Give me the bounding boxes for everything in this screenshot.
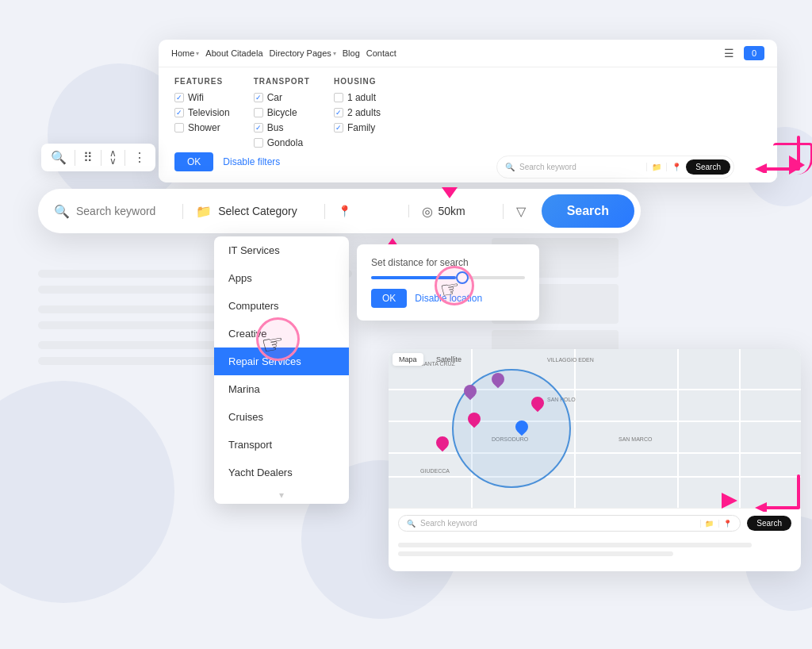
filter-features-col: FEATURES ✓ Wifi ✓ Television Shower <box>174 77 230 152</box>
pin-icon: 📍 <box>338 205 351 217</box>
svg-marker-3 <box>442 187 458 198</box>
target-icon: ◎ <box>422 204 433 219</box>
features-title: FEATURES <box>174 77 230 86</box>
top-browser-navbar: Home ▾ About Citadela Directory Pages ▾ … <box>159 40 777 67</box>
distance-text: 50km <box>438 205 465 217</box>
filter-section[interactable]: ▽ <box>504 204 538 219</box>
pink-arrow-bottom <box>678 489 741 516</box>
bottom-line-1 <box>398 543 752 547</box>
map-label-san-marco: SAN MARCO <box>619 436 652 442</box>
search-toolbar-icon[interactable]: 🔍 <box>49 148 68 167</box>
distance-section[interactable]: ◎ 50km <box>409 204 503 219</box>
bus-checkbox[interactable]: ✓ <box>254 123 263 132</box>
updown-toolbar-icon[interactable]: ∧ ∨ <box>108 148 118 167</box>
menu-toolbar-icon[interactable]: ⋮ <box>132 148 147 167</box>
map-label-villaggio: VILLAGGIO EDEN <box>547 357 594 363</box>
family-checkbox[interactable]: ✓ <box>334 123 343 132</box>
filter-popup-actions: OK Disable filters <box>174 152 280 171</box>
search-icon: 🔍 <box>54 204 70 219</box>
filter-1adult[interactable]: 1 adult <box>334 92 381 103</box>
dropdown-item-cruises[interactable]: Cruises <box>214 403 349 431</box>
transport-title: TRANSPORT <box>254 77 310 86</box>
map-background: SANTA CRUZ VILLAGGIO EDEN SAN POLO DORSO… <box>389 349 801 508</box>
top-search-bar-mini: 🔍 Search keyword 📁 📍 Search <box>496 156 734 179</box>
2adults-checkbox[interactable]: ✓ <box>334 108 343 117</box>
login-button[interactable]: 0 <box>744 46 764 60</box>
svg-marker-4 <box>755 502 767 512</box>
bottom-line-2 <box>398 551 673 556</box>
toolbar-divider-1 <box>75 150 75 166</box>
main-search-button[interactable]: Search <box>542 194 634 228</box>
filter-transport-col: TRANSPORT ✓ Car Bicycle ✓ Bus Gondola <box>254 77 310 152</box>
nav-blog[interactable]: Blog <box>343 48 360 58</box>
wifi-checkbox[interactable]: ✓ <box>174 93 184 102</box>
1adult-checkbox[interactable] <box>334 93 343 102</box>
filter-shower[interactable]: Shower <box>174 122 230 133</box>
bottom-search-text: Search keyword <box>420 519 477 528</box>
bottom-search-mini: 🔍 Search keyword 📁 📍 <box>398 515 741 532</box>
top-search-keyword-mini: Search keyword <box>519 163 642 171</box>
folder-icon: 📁 <box>196 204 212 219</box>
dropdown-item-transport[interactable]: Transport <box>214 431 349 459</box>
dropdown-item-apps[interactable]: Apps <box>214 264 349 292</box>
filter-disable-link[interactable]: Disable filters <box>223 156 280 167</box>
toolbar-divider-2 <box>101 150 102 166</box>
content-line-6 <box>38 357 230 365</box>
top-search-folder-mini: 📁 <box>646 163 661 171</box>
filter-2adults[interactable]: ✓ 2 adults <box>334 107 381 118</box>
dropdown-item-it-services[interactable]: IT Services <box>214 236 349 264</box>
top-search-pin-mini: 📍 <box>666 163 681 171</box>
bottom-search-button[interactable]: Search <box>747 516 791 531</box>
nav-about[interactable]: About Citadela <box>205 48 262 58</box>
filter-ok-button[interactable]: OK <box>174 152 213 171</box>
bottom-pin-icon: 📍 <box>718 520 732 528</box>
bottom-search-icon: 🔍 <box>407 520 416 528</box>
toolbar-divider-3 <box>124 150 125 166</box>
category-dropdown: IT Services Apps Computers Creative Repa… <box>214 236 349 504</box>
dropdown-item-computers[interactable]: Computers <box>214 292 349 320</box>
nav-contact[interactable]: Contact <box>366 48 396 58</box>
map-tab-mapa[interactable]: Mapa <box>393 353 423 366</box>
category-text: Select Category <box>218 205 297 217</box>
filter-bus[interactable]: ✓ Bus <box>254 122 310 133</box>
bottom-folder-icon: 📁 <box>700 520 714 528</box>
filter-television[interactable]: ✓ Television <box>174 107 230 118</box>
filter-icon: ▽ <box>516 204 526 219</box>
location-section[interactable]: 📍 <box>325 205 409 217</box>
dropdown-scroll-indicator: ▾ <box>214 486 349 504</box>
pink-corner-top <box>755 133 802 176</box>
pink-corner-bottom <box>755 472 802 515</box>
filter-car[interactable]: ✓ Car <box>254 92 310 103</box>
map-label-giudecca: GIUDECCA <box>420 468 450 474</box>
television-checkbox[interactable]: ✓ <box>174 108 184 117</box>
gondola-checkbox[interactable] <box>254 138 263 148</box>
filter-gondola[interactable]: Gondola <box>254 137 310 148</box>
category-section[interactable]: 📁 Select Category <box>183 204 325 219</box>
shower-checkbox[interactable] <box>174 123 184 132</box>
filter-housing-col: HOUSING 1 adult ✓ 2 adults ✓ Family <box>334 77 381 152</box>
filter-wifi[interactable]: ✓ Wifi <box>174 92 230 103</box>
map-pin-3[interactable] <box>434 434 452 452</box>
svg-marker-0 <box>755 163 767 173</box>
bottom-browser-window: SANTA CRUZ VILLAGGIO EDEN SAN POLO DORSO… <box>389 349 801 571</box>
map-area: SANTA CRUZ VILLAGGIO EDEN SAN POLO DORSO… <box>389 349 801 508</box>
nav-directory[interactable]: Directory Pages ▾ <box>270 48 336 58</box>
dropdown-item-yacht[interactable]: Yacht Dealers <box>214 459 349 486</box>
hamburger-icon[interactable]: ☰ <box>724 47 734 60</box>
search-keyword-input[interactable] <box>76 205 170 217</box>
bicycle-checkbox[interactable] <box>254 108 263 117</box>
filter-bicycle[interactable]: Bicycle <box>254 107 310 118</box>
arrow-down-filter <box>442 182 458 202</box>
top-search-btn-mini[interactable]: Search <box>686 159 730 175</box>
map-street-v3 <box>677 349 679 508</box>
filter-family[interactable]: ✓ Family <box>334 122 381 133</box>
car-checkbox[interactable]: ✓ <box>254 93 263 102</box>
nav-home[interactable]: Home ▾ <box>171 48 199 58</box>
map-tab-satellite[interactable]: Satellite <box>430 353 468 366</box>
grid-toolbar-icon[interactable]: ⠿ <box>82 148 94 167</box>
dropdown-item-marina[interactable]: Marina <box>214 375 349 403</box>
distance-ok-button[interactable]: OK <box>371 289 407 308</box>
small-toolbar: 🔍 ⠿ ∧ ∨ ⋮ <box>41 144 155 171</box>
housing-title: HOUSING <box>334 77 381 86</box>
search-keyword-section[interactable]: 🔍 <box>54 204 183 219</box>
